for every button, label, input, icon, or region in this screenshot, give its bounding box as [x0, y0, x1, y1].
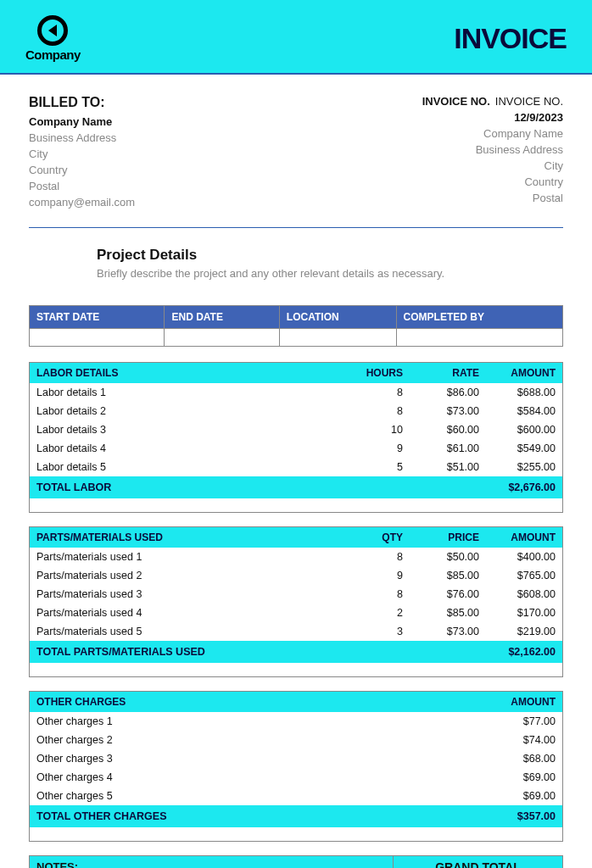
cell: $549.00: [486, 439, 562, 458]
cell: $86.00: [410, 383, 486, 402]
labor-section: LABOR DETAILS HOURS RATE AMOUNT Labor de…: [29, 362, 563, 513]
other-header-amount: AMOUNT: [486, 692, 562, 712]
meta-header-location: LOCATION: [279, 306, 396, 329]
meta-completed: [396, 329, 562, 347]
meta-end: [165, 329, 279, 347]
billed-email: company@email.com: [29, 196, 135, 209]
cell: Other charges 1: [30, 712, 486, 731]
other-total-label: TOTAL OTHER CHARGES: [30, 805, 486, 827]
cell: 3: [342, 622, 410, 641]
project-desc: Briefly describe the project and any oth…: [97, 267, 563, 280]
cell: $85.00: [410, 604, 486, 622]
logo-icon: [37, 15, 68, 46]
cell: $77.00: [486, 712, 562, 731]
table-row: Other charges 1$77.00: [30, 712, 562, 731]
cell: 8: [342, 548, 410, 566]
project-details: Project Details Briefly describe the pro…: [29, 247, 563, 280]
cell: Other charges 3: [30, 749, 486, 768]
billed-company: Company Name: [29, 115, 135, 128]
table-row: Other charges 3$68.00: [30, 749, 562, 768]
labor-header-hours: HOURS: [342, 363, 410, 383]
cell: 10: [342, 420, 410, 439]
parts-section: PARTS/MATERIALS USED QTY PRICE AMOUNT Pa…: [29, 526, 563, 677]
labor-header-rate: RATE: [410, 363, 486, 383]
seller-country: Country: [422, 175, 563, 188]
project-title: Project Details: [97, 247, 563, 264]
cell: $73.00: [410, 622, 486, 641]
cell: Other charges 4: [30, 768, 486, 787]
billed-to-title: BILLED TO:: [29, 95, 135, 110]
parts-header-qty: QTY: [342, 527, 410, 548]
table-row: Labor details 55$51.00$255.00: [30, 458, 562, 476]
table-row: Labor details 18$86.00$688.00: [30, 383, 562, 402]
cell: $61.00: [410, 439, 486, 458]
cell: Other charges 2: [30, 731, 486, 749]
billed-country: Country: [29, 164, 135, 176]
info-row: BILLED TO: Company Name Business Address…: [29, 95, 563, 212]
table-row: Other charges 4$69.00: [30, 768, 562, 787]
labor-header-amount: AMOUNT: [486, 363, 562, 383]
parts-header-amount: AMOUNT: [486, 527, 562, 548]
parts-total-value: $2,162.00: [486, 641, 562, 663]
meta-location: [279, 329, 396, 347]
cell: $74.00: [486, 731, 562, 749]
table-row: Labor details 49$61.00$549.00: [30, 439, 562, 458]
cell: $608.00: [486, 585, 562, 604]
seller-postal: Postal: [422, 192, 563, 204]
header: Company INVOICE: [0, 0, 592, 75]
cell: $400.00: [486, 548, 562, 566]
cell: $255.00: [486, 458, 562, 476]
cell: 8: [342, 383, 410, 402]
labor-header-details: LABOR DETAILS: [30, 363, 342, 383]
cell: $51.00: [410, 458, 486, 476]
cell: Labor details 2: [30, 402, 342, 420]
invoice-no-value: INVOICE NO.: [495, 95, 563, 108]
invoice-no-label: INVOICE NO.: [422, 95, 490, 108]
grand-total-column: GRAND TOTAL $5,195.00: [393, 856, 562, 868]
cell: $85.00: [410, 566, 486, 585]
cell: Labor details 3: [30, 420, 342, 439]
labor-total-label: TOTAL LABOR: [30, 476, 486, 498]
meta-header-start: START DATE: [30, 306, 165, 329]
invoice-title: INVOICE: [454, 22, 567, 55]
other-section: OTHER CHARGES AMOUNT Other charges 1$77.…: [29, 691, 563, 842]
labor-total-value: $2,676.00: [486, 476, 562, 498]
cell: $219.00: [486, 622, 562, 641]
cell: $69.00: [486, 787, 562, 805]
table-row: Parts/materials used 29$85.00$765.00: [30, 566, 562, 585]
billed-postal: Postal: [29, 180, 135, 192]
cell: 8: [342, 585, 410, 604]
cell: Labor details 5: [30, 458, 342, 476]
seller-address: Business Address: [422, 143, 563, 156]
table-row: Parts/materials used 53$73.00$219.00: [30, 622, 562, 641]
grand-total-label: GRAND TOTAL: [394, 856, 562, 868]
cell: $765.00: [486, 566, 562, 585]
company-logo: Company: [25, 15, 81, 62]
cell: $170.00: [486, 604, 562, 622]
cell: $69.00: [486, 768, 562, 787]
cell: 8: [342, 402, 410, 420]
cell: $600.00: [486, 420, 562, 439]
billed-city: City: [29, 147, 135, 160]
table-row: Labor details 310$60.00$600.00: [30, 420, 562, 439]
divider: [29, 227, 563, 228]
table-row: Other charges 2$74.00: [30, 731, 562, 749]
cell: 5: [342, 458, 410, 476]
table-row: Parts/materials used 42$85.00$170.00: [30, 604, 562, 622]
cell: Parts/materials used 4: [30, 604, 342, 622]
meta-header-end: END DATE: [165, 306, 279, 329]
other-header-details: OTHER CHARGES: [30, 692, 486, 712]
cell: $76.00: [410, 585, 486, 604]
cell: 9: [342, 439, 410, 458]
cell: $68.00: [486, 749, 562, 768]
cell: Parts/materials used 3: [30, 585, 342, 604]
cell: 9: [342, 566, 410, 585]
company-label: Company: [25, 47, 81, 62]
seller-company: Company Name: [422, 127, 563, 140]
billed-address: Business Address: [29, 131, 135, 144]
other-total-value: $357.00: [486, 805, 562, 827]
meta-header-completed: COMPLETED BY: [396, 306, 562, 329]
table-row: Parts/materials used 38$76.00$608.00: [30, 585, 562, 604]
footer: NOTES: Thanks for your purchase! We woul…: [29, 855, 563, 868]
cell: Other charges 5: [30, 787, 486, 805]
